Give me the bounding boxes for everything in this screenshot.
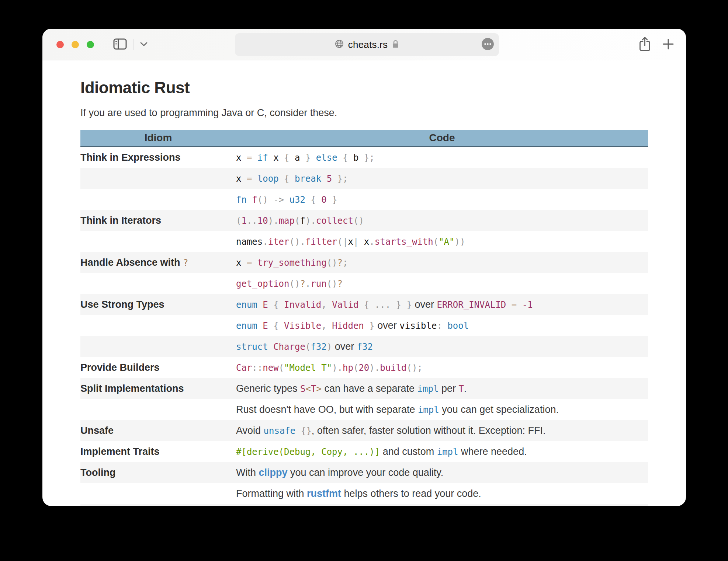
code-token: get_option bbox=[236, 279, 290, 289]
share-button[interactable] bbox=[638, 36, 651, 53]
code-token bbox=[442, 321, 447, 331]
table-row: ToolingWith clippy you can improve your … bbox=[80, 462, 648, 483]
text-token: helps others to read your code. bbox=[341, 488, 481, 499]
code-token: { bbox=[273, 300, 278, 310]
text-token: Tooling bbox=[80, 467, 115, 478]
code-token bbox=[517, 300, 522, 310]
sidebar-toggle-button[interactable] bbox=[113, 38, 127, 51]
browser-toolbar: cheats.rs bbox=[42, 29, 686, 60]
address-bar[interactable]: cheats.rs bbox=[235, 33, 499, 56]
text-token: Generic types bbox=[236, 383, 300, 394]
tab-overview-button[interactable] bbox=[140, 42, 148, 48]
text-token: Provide Builders bbox=[80, 362, 160, 373]
code-token: ( bbox=[279, 363, 284, 373]
share-icon bbox=[638, 36, 651, 53]
text-token: Think in Expressions bbox=[80, 152, 181, 163]
table-row: fn f() -> u32 { 0 } bbox=[80, 189, 648, 210]
code-token: } bbox=[369, 321, 374, 331]
code-token: b bbox=[348, 153, 364, 163]
code-token: } bbox=[332, 195, 337, 205]
code-token: 20 bbox=[358, 363, 369, 373]
code-token: run bbox=[311, 279, 326, 289]
table-row: get_option()?.run()? bbox=[80, 273, 648, 294]
code-token: Hidden bbox=[332, 321, 364, 331]
code-token: .. bbox=[247, 216, 257, 226]
text-token: over bbox=[375, 320, 400, 331]
idiom-cell bbox=[80, 483, 236, 504]
minimize-button[interactable] bbox=[72, 41, 79, 48]
code-token: f bbox=[252, 195, 257, 205]
text-token: can have a separate bbox=[322, 383, 417, 394]
code-token bbox=[279, 174, 284, 184]
code-token: bool bbox=[447, 321, 469, 331]
code-token: T bbox=[311, 384, 316, 394]
globe-icon bbox=[334, 39, 344, 50]
table-row: Add unit tests #[test] (easy in Rust). bbox=[80, 504, 648, 506]
code-token: x bbox=[268, 153, 284, 163]
code-token: = bbox=[247, 174, 252, 184]
code-token: (). bbox=[290, 237, 305, 247]
table-row: x = loop { break 5 }; bbox=[80, 168, 648, 189]
code-token: f bbox=[300, 216, 305, 226]
code-token bbox=[279, 321, 284, 331]
code-token bbox=[279, 300, 284, 310]
code-token: x bbox=[236, 153, 247, 163]
code-token: u32 bbox=[290, 195, 305, 205]
code-cell: enum E { Visible, Hidden } over visible:… bbox=[236, 315, 648, 336]
code-token: build bbox=[380, 363, 406, 373]
text-token: and custom bbox=[380, 446, 437, 457]
link-rustfmt[interactable]: rustfmt bbox=[307, 488, 341, 499]
code-token: > bbox=[316, 384, 321, 394]
code-token bbox=[252, 153, 257, 163]
table-row: enum E { Visible, Hidden } over visible:… bbox=[80, 315, 648, 336]
text-token: Use Strong Types bbox=[80, 299, 164, 310]
code-token: x bbox=[236, 174, 247, 184]
code-token: if bbox=[257, 153, 268, 163]
table-row: Handle Absence with ?x = try_something()… bbox=[80, 252, 648, 273]
code-token bbox=[305, 195, 311, 205]
browser-window: cheats.rs bbox=[42, 29, 686, 506]
code-token: -1 bbox=[522, 300, 533, 310]
code-token: { bbox=[284, 174, 289, 184]
code-token bbox=[257, 300, 263, 310]
code-token: { bbox=[343, 153, 348, 163]
new-tab-button[interactable] bbox=[662, 38, 674, 51]
code-cell: struct Charge(f32) over f32 bbox=[236, 336, 648, 357]
code-token: . bbox=[263, 237, 268, 247]
code-token: () bbox=[257, 195, 268, 205]
code-token: Valid bbox=[332, 300, 358, 310]
code-token: { bbox=[364, 300, 369, 310]
page-content: Idiomatic Rust If you are used to progra… bbox=[42, 78, 686, 506]
idiom-cell: Use Strong Types bbox=[80, 294, 236, 315]
code-token: ? bbox=[183, 258, 188, 268]
code-cell: x = try_something()?; bbox=[236, 252, 648, 273]
code-token: struct bbox=[236, 342, 268, 352]
link-clippy[interactable]: clippy bbox=[259, 467, 288, 478]
close-button[interactable] bbox=[56, 41, 64, 48]
page-settings-button[interactable] bbox=[482, 38, 494, 51]
text-token: , often safer, faster solution without i… bbox=[312, 425, 546, 436]
code-cell: #[derive(Debug, Copy, ...)] and custom i… bbox=[236, 441, 648, 462]
code-token: {} bbox=[301, 426, 312, 436]
code-token: ) bbox=[327, 342, 332, 352]
idiom-cell bbox=[80, 504, 236, 506]
screenshot-background: cheats.rs bbox=[0, 0, 728, 561]
idiom-cell bbox=[80, 399, 236, 420]
window-controls bbox=[56, 41, 94, 48]
code-token: enum bbox=[236, 300, 257, 310]
code-token: try_something bbox=[257, 258, 327, 268]
code-token: x bbox=[348, 237, 353, 247]
code-token: (); bbox=[406, 363, 422, 373]
text-token: where needed. bbox=[458, 446, 527, 457]
text-token: you can get specialization. bbox=[439, 404, 559, 415]
code-cell: Avoid unsafe {}, often safer, faster sol… bbox=[236, 420, 648, 441]
zoom-button[interactable] bbox=[87, 41, 94, 48]
code-token: , bbox=[321, 321, 326, 331]
code-token bbox=[252, 258, 257, 268]
code-token bbox=[332, 174, 337, 184]
code-token bbox=[295, 426, 301, 436]
text-token: over bbox=[412, 299, 437, 310]
code-token: impl bbox=[418, 405, 439, 415]
text-token: over bbox=[332, 341, 357, 352]
code-token: Visible bbox=[284, 321, 321, 331]
